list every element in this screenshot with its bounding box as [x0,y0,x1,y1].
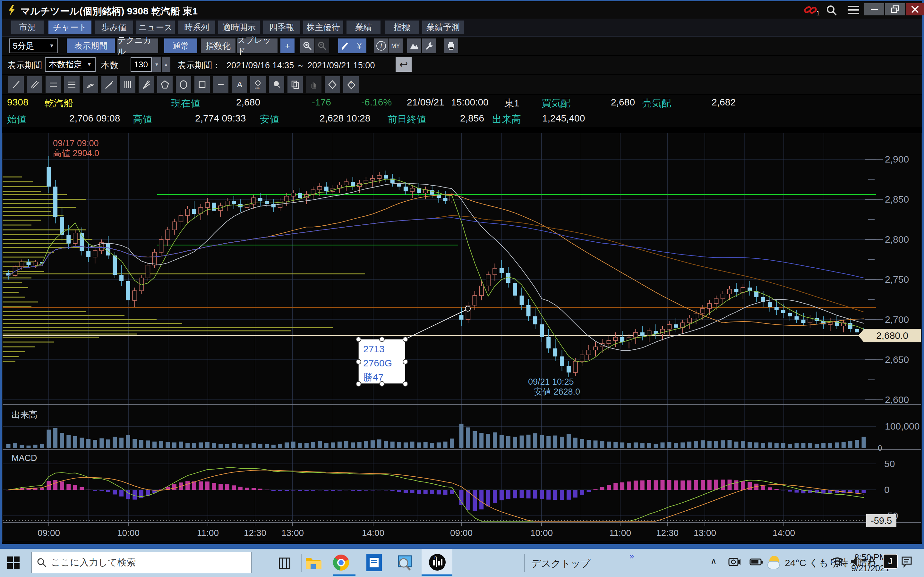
draw-tool-rotate-icon[interactable] [269,76,284,93]
taskbar-item-chrome[interactable] [333,554,349,571]
ime-mode-icon[interactable]: A [868,554,876,566]
svg-text:0: 0 [878,444,882,452]
tab-ニュース[interactable]: ニュース [136,21,175,34]
task-view-button[interactable] [278,557,291,571]
selection-handle[interactable] [379,381,384,387]
action-center-icon[interactable] [900,555,913,570]
draw-tool-eraser-icon[interactable] [325,76,340,93]
info-icon[interactable]: i [374,39,388,53]
toolbar-button-指数化[interactable]: 指数化 [201,39,236,53]
draw-tool-rectangle-icon[interactable] [194,76,210,93]
volume-label: 出来高 [492,113,521,126]
selection-handle[interactable] [403,381,408,387]
tab-チャート[interactable]: チャート [48,21,91,34]
draw-tool-ellipse-icon[interactable] [176,76,191,93]
taskbar-item-snip[interactable] [397,554,414,572]
ask-price: 2,682 [712,97,736,108]
crosshair-icon[interactable]: + [280,39,294,53]
toolbar-button-通常[interactable]: 通常 [164,39,197,53]
selection-handle[interactable] [356,359,361,364]
toolbar-button-スプレッド[interactable]: スプレッド [237,39,278,53]
tab-四季報[interactable]: 四季報 [263,21,300,34]
taskbar-item-mail[interactable] [367,554,382,571]
area-chart-icon[interactable] [407,39,421,53]
ime-lang-icon[interactable]: J [883,554,898,569]
settings-wrench-icon[interactable] [422,39,436,53]
svg-text:14:00: 14:00 [772,528,795,538]
link-group-icon[interactable]: 1 [803,4,818,18]
tab-株主優待[interactable]: 株主優待 [303,21,343,34]
selection-handle[interactable] [356,337,361,342]
tab-市況[interactable]: 市況 [11,21,44,34]
taskbar-item-trading-app-active[interactable]: R [422,549,452,576]
draw-tool-horizontal-segment-icon[interactable] [213,76,228,93]
draw-tool-icon-stamp-icon[interactable]: icon [250,76,266,93]
tab-指標[interactable]: 指標 [385,21,419,34]
selection-handle[interactable] [403,359,408,364]
draw-tool-vertical-lines-icon[interactable] [120,76,136,93]
count-input[interactable]: 130 [131,57,152,72]
svg-text:13:00: 13:00 [281,528,304,538]
price-chart[interactable]: 2,9002,8502,8002,7502,7002,6502,600100,0… [3,128,921,545]
taskbar-item-explorer [305,554,321,572]
menu-icon[interactable] [848,6,859,16]
draw-tool-eraser-all-icon[interactable]: A [343,76,359,93]
draw-tool-speed-lines-icon[interactable] [139,76,154,93]
draw-tool-pentagon-icon[interactable] [157,76,173,93]
tab-業績予測[interactable]: 業績予測 [422,21,464,34]
yen-icon[interactable]: ¥ [352,39,367,53]
toolbar-expand-chevron[interactable]: » [630,551,634,561]
start-button[interactable] [7,556,20,571]
draw-tool-three-horizontal-lines-icon[interactable] [64,76,79,93]
svg-text:13:00: 13:00 [694,528,716,538]
volume-pane-label: 出来高 [11,409,37,421]
reload-button[interactable]: ↩ [396,57,412,72]
draw-tool-text-icon[interactable]: A [232,76,247,93]
tab-歩み値[interactable]: 歩み値 [95,21,133,34]
count-decrement-button[interactable]: ▼ [152,57,161,72]
tab-時系列[interactable]: 時系列 [178,21,215,34]
draw-tool-hand-icon[interactable] [306,76,321,93]
restore-button[interactable] [885,3,905,15]
selection-handle[interactable] [379,337,384,342]
toolbar-button-表示期間[interactable]: 表示期間 [67,39,115,53]
draw-tool-trend-line-icon[interactable] [8,76,24,93]
zoom-in-icon[interactable] [300,39,314,53]
taskbar: ここに入力して検索 R デスクトップ » [0,549,924,577]
selection-handle[interactable] [403,337,408,342]
draw-tool-fibonacci-fan-icon[interactable] [102,76,117,93]
close-button[interactable] [906,3,924,15]
print-icon[interactable] [444,39,458,53]
camera-tray-icon[interactable] [728,555,741,570]
chrome-underline [333,574,355,576]
draw-tool-parallel-lines-icon[interactable] [27,76,42,93]
taskbar-search[interactable]: ここに入力して検索 [31,552,252,573]
minimize-button[interactable] [864,3,884,15]
volume-icon[interactable] [850,555,864,570]
mode-select[interactable]: 本数指定▼ [45,57,95,72]
toolbar-button-テクニカル[interactable]: テクニカル [118,39,158,53]
desktop-toolbar-label[interactable]: デスクトップ [531,557,590,570]
hidden-icons-chevron[interactable]: ∧ [710,556,717,566]
draw-tool-two-horizontal-lines-icon[interactable] [45,76,61,93]
quote-panel: 9308 乾汽船 現在値 2,680 -176 -6.16% 21/09/21 … [2,95,922,127]
tab-適時開示[interactable]: 適時開示 [218,21,260,34]
draw-tool-copy-pages-icon[interactable] [288,76,303,93]
prev-close-value: 2,856 [460,113,484,124]
pencil-icon[interactable] [338,39,352,53]
tab-業績[interactable]: 業績 [347,21,381,34]
draw-tool-fibonacci-arc-icon[interactable] [83,76,98,93]
svg-text:2,600: 2,600 [885,394,909,405]
search-icon[interactable] [826,5,837,17]
range-value: 2021/09/16 14:35 ～ 2021/09/21 15:00 [226,60,375,71]
my-chart-icon[interactable]: MY [389,39,403,53]
windows-logo-icon [7,556,20,569]
zoom-out-icon[interactable] [315,39,329,53]
selection-handle[interactable] [356,381,361,387]
wifi-icon[interactable] [830,555,845,570]
count-value: 130 [134,60,148,69]
note-box[interactable]: 2713 2760G 勝47 [359,339,405,384]
count-increment-button[interactable]: ▲ [162,57,170,72]
battery-tray-icon[interactable] [749,555,764,570]
taskbar-separator [301,554,302,572]
